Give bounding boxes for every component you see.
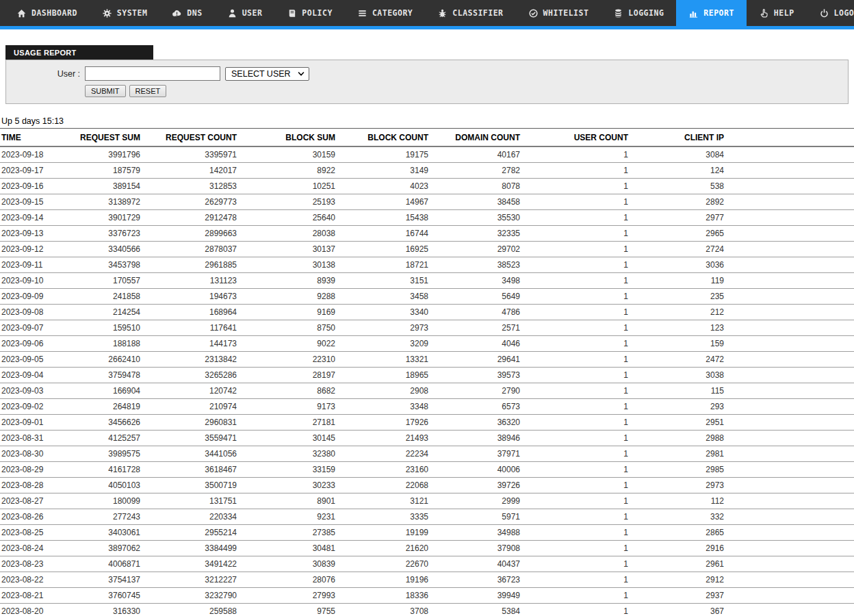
cell-value: 19175 (338, 146, 431, 163)
nav-item-label: LOGGING (628, 8, 664, 18)
cell-value: 1 (523, 336, 631, 352)
cell-value: 17926 (338, 415, 431, 431)
cell-value: 2724 (631, 242, 727, 257)
user-input[interactable] (85, 66, 220, 81)
nav-item-label: CATEGORY (372, 8, 413, 18)
usage-report-panel: USAGE REPORT User : SELECT USER SUBMIT R… (5, 45, 849, 104)
cell-value: 3265286 (143, 368, 240, 383)
nav-item-label: USER (242, 8, 263, 18)
cell-value: 131123 (143, 273, 240, 289)
cell-value: 22068 (338, 478, 431, 493)
cell-value: 32335 (431, 226, 523, 242)
cell-value: 159510 (75, 320, 143, 336)
cell-value: 2961885 (143, 257, 240, 273)
cell-value: 1 (523, 588, 631, 604)
cell-filler (727, 446, 854, 462)
cell-value: 119 (631, 273, 727, 289)
cell-filler (727, 478, 854, 493)
cell-value: 1 (523, 368, 631, 383)
cell-value: 1 (523, 257, 631, 273)
reset-button[interactable]: RESET (129, 85, 167, 97)
cell-value: 538 (631, 179, 727, 194)
cell-time: 2023-09-03 (0, 383, 75, 399)
cell-value: 2965 (631, 226, 727, 242)
cell-value: 1 (523, 415, 631, 431)
cell-value: 3458 (338, 289, 431, 305)
cell-value: 112 (631, 493, 727, 509)
cell-value: 3340 (338, 305, 431, 320)
column-header-block-count: BLOCK COUNT (338, 129, 431, 146)
cell-filler (727, 368, 854, 383)
filler-column-header (727, 129, 854, 146)
nav-item-label: WHITELIST (543, 8, 589, 18)
cell-time: 2023-09-02 (0, 399, 75, 415)
select-user-dropdown[interactable]: SELECT USER (225, 67, 309, 81)
cell-value: 3708 (338, 604, 431, 616)
cell-value: 1 (523, 556, 631, 572)
cell-value: 2912478 (143, 210, 240, 226)
cell-value: 214254 (75, 305, 143, 320)
cell-filler (727, 336, 854, 352)
nav-item-logging[interactable]: LOGGING (601, 0, 676, 26)
nav-item-user[interactable]: USER (215, 0, 275, 26)
submit-button[interactable]: SUBMIT (85, 85, 126, 97)
cell-value: 2961 (631, 556, 727, 572)
cell-value: 5384 (431, 604, 523, 616)
table-row: 2023-09-15313897226297732519314967384581… (0, 194, 854, 210)
cell-value: 2472 (631, 352, 727, 368)
cell-time: 2023-09-04 (0, 368, 75, 383)
cell-time: 2023-09-12 (0, 242, 75, 257)
cell-value: 2629773 (143, 194, 240, 210)
cell-value: 1 (523, 163, 631, 179)
column-header-user-count: USER COUNT (523, 129, 631, 146)
cell-filler (727, 257, 854, 273)
panel-title: USAGE REPORT (5, 45, 153, 60)
table-row: 2023-09-13337672328996632803816744323351… (0, 226, 854, 242)
nav-item-system[interactable]: SYSTEM (90, 0, 160, 26)
cell-value: 3453798 (75, 257, 143, 273)
nav-item-report[interactable]: REPORT (676, 0, 747, 26)
cell-value: 34988 (431, 525, 523, 541)
cell-value: 3498 (431, 273, 523, 289)
bar-chart-icon (688, 8, 699, 18)
cell-filler (727, 383, 854, 399)
cell-value: 1 (523, 289, 631, 305)
cell-value: 2878037 (143, 242, 240, 257)
cell-time: 2023-09-14 (0, 210, 75, 226)
cell-time: 2023-09-09 (0, 289, 75, 305)
cell-value: 1 (523, 462, 631, 478)
cell-value: 3754137 (75, 572, 143, 588)
cell-time: 2023-08-22 (0, 572, 75, 588)
cell-time: 2023-08-26 (0, 509, 75, 525)
cell-value: 8682 (240, 383, 338, 399)
table-row: 2023-08-31412525735594713014521493389461… (0, 431, 854, 446)
table-row: 2023-08-30398957534410563238022234379711… (0, 446, 854, 462)
cell-value: 29702 (431, 242, 523, 257)
nav-item-classifier[interactable]: CLASSIFIER (425, 0, 515, 26)
nav-item-dns[interactable]: DNS (159, 0, 214, 26)
cell-value: 27993 (240, 588, 338, 604)
column-header-block-sum: BLOCK SUM (240, 129, 338, 146)
nav-item-category[interactable]: CATEGORY (345, 0, 425, 26)
cell-value: 1 (523, 525, 631, 541)
nav-item-policy[interactable]: POLICY (274, 0, 345, 26)
database-icon (613, 8, 623, 18)
nav-item-label: REPORT (703, 8, 734, 18)
cell-value: 40437 (431, 556, 523, 572)
cell-filler (727, 493, 854, 509)
cell-filler (727, 588, 854, 604)
cell-value: 21493 (338, 431, 431, 446)
cell-filler (727, 462, 854, 478)
cell-value: 3403061 (75, 525, 143, 541)
nav-item-help[interactable]: HELP (747, 0, 807, 26)
cell-value: 9169 (240, 305, 338, 320)
cell-time: 2023-08-21 (0, 588, 75, 604)
nav-item-logout[interactable]: LOGOUT (807, 0, 854, 26)
column-header-domain-count: DOMAIN COUNT (431, 129, 523, 146)
nav-item-dashboard[interactable]: DASHBOARD (4, 0, 90, 26)
table-row: 2023-08-271800991317518901312129991112 (0, 493, 854, 509)
nav-item-label: POLICY (302, 8, 333, 18)
nav-item-label: DASHBOARD (31, 8, 77, 18)
nav-item-whitelist[interactable]: WHITELIST (516, 0, 601, 26)
cell-value: 1 (523, 604, 631, 616)
